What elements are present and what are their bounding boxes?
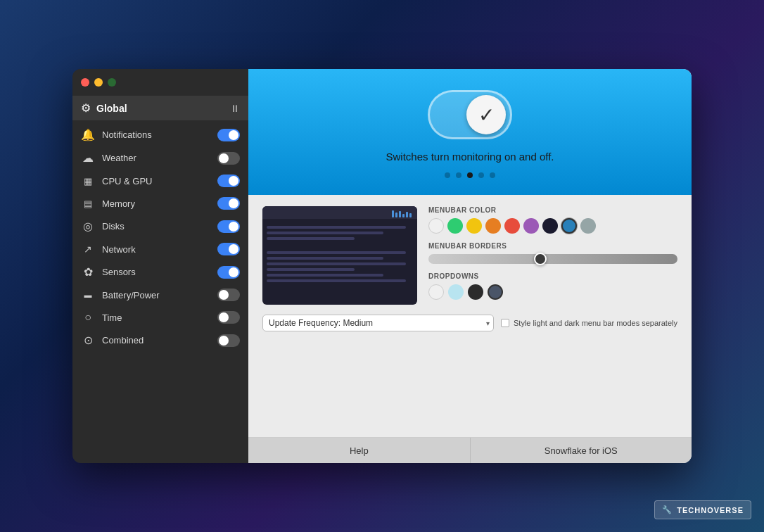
frequency-selector[interactable]: Update Frequency: Medium <box>262 315 494 331</box>
notifications-icon: 🔔 <box>81 128 95 141</box>
hero-subtitle: Switches turn monitoring on and off. <box>386 151 554 163</box>
time-toggle[interactable] <box>217 311 240 324</box>
color-swatch-blue[interactable] <box>561 218 577 234</box>
dropdown-swatch-light-blue[interactable] <box>448 284 464 300</box>
sensors-toggle[interactable]: ✓ <box>217 266 240 279</box>
watermark: 🔧 TECHNOVERSE <box>654 500 751 519</box>
sidebar-item-cpu-gpu[interactable]: ▦ CPU & GPU ✓ <box>72 170 248 192</box>
notifications-toggle[interactable]: ✓ <box>217 129 240 141</box>
borders-slider[interactable] <box>428 254 677 264</box>
weather-toggle[interactable] <box>217 152 240 165</box>
hero-dots <box>445 172 495 178</box>
network-icon: ↗ <box>81 243 95 255</box>
gear-icon: ⚙ <box>81 101 91 115</box>
sidebar-item-label: Notifications <box>102 129 152 140</box>
minimize-button[interactable] <box>94 78 103 87</box>
preview-content <box>262 219 417 285</box>
color-swatch-purple[interactable] <box>523 218 539 234</box>
dot-3[interactable] <box>467 172 473 178</box>
sidebar-item-combined[interactable]: ⊙ Combined <box>72 329 248 352</box>
settings-controls: MENUBAR COLOR <box>428 206 677 305</box>
combined-icon: ⊙ <box>81 334 95 347</box>
toggle-check-icon: ✓ <box>231 200 237 207</box>
color-swatch-dark[interactable] <box>542 218 558 234</box>
toggle-knob <box>219 312 229 322</box>
dropdowns-control: DROPDOWNS <box>428 272 677 300</box>
sidebar: ⚙ Global ⏸ 🔔 Notifications ✓ ☁ Weather <box>72 69 248 463</box>
style-modes-label: Style light and dark menu bar modes sepa… <box>514 319 677 327</box>
sidebar-item-memory[interactable]: ▤ Memory ✓ <box>72 192 248 215</box>
main-content: ✓ Switches turn monitoring on and off. <box>248 69 692 463</box>
style-modes-row: Style light and dark menu bar modes sepa… <box>501 319 677 327</box>
settings-row: MENUBAR COLOR <box>262 206 677 305</box>
sidebar-item-battery[interactable]: ▬ Battery/Power <box>72 284 248 306</box>
color-swatch-gray[interactable] <box>580 218 596 234</box>
sidebar-item-label: Battery/Power <box>102 290 160 300</box>
cpu-icon: ▦ <box>81 176 95 186</box>
sidebar-item-label: Network <box>102 244 136 255</box>
maximize-button[interactable] <box>108 78 116 87</box>
sidebar-item-notifications[interactable]: 🔔 Notifications ✓ <box>72 123 248 146</box>
help-button[interactable]: Help <box>248 438 471 463</box>
dropdown-swatch-dark[interactable] <box>468 284 483 300</box>
pause-icon[interactable]: ⏸ <box>230 103 240 114</box>
watermark-text: TECHNOVERSE <box>677 506 744 514</box>
menubar-preview <box>262 206 417 305</box>
dot-2[interactable] <box>456 172 461 178</box>
color-swatch-orange[interactable] <box>485 218 501 234</box>
toggle-check-icon: ✓ <box>231 132 237 139</box>
dot-1[interactable] <box>445 172 450 178</box>
color-swatch-white[interactable] <box>428 218 444 234</box>
snowflake-button[interactable]: Snowflake for iOS <box>471 438 692 463</box>
slider-thumb[interactable] <box>534 253 547 265</box>
dot-5[interactable] <box>490 172 495 178</box>
toggle-knob <box>219 153 229 163</box>
weather-icon: ☁ <box>81 151 95 165</box>
memory-toggle[interactable]: ✓ <box>217 197 240 210</box>
toggle-check-icon: ✓ <box>231 177 237 184</box>
color-swatch-yellow[interactable] <box>466 218 482 234</box>
sidebar-item-sensors[interactable]: ✿ Sensors ✓ <box>72 260 248 284</box>
hero-section: ✓ Switches turn monitoring on and off. <box>248 69 692 195</box>
frequency-select[interactable]: Update Frequency: Medium <box>262 315 494 331</box>
sidebar-header: ⚙ Global ⏸ <box>72 96 248 120</box>
disks-toggle[interactable]: ✓ <box>217 220 240 233</box>
time-icon: ○ <box>81 311 95 324</box>
sidebar-item-label: Disks <box>102 221 125 232</box>
titlebar <box>72 69 248 96</box>
menubar-color-label: MENUBAR COLOR <box>428 206 677 214</box>
dropdown-swatch-white[interactable] <box>428 284 444 300</box>
sidebar-item-label: Time <box>102 312 122 323</box>
network-toggle[interactable]: ✓ <box>217 243 240 255</box>
menubar-borders-control: MENUBAR BORDERS <box>428 242 677 264</box>
sidebar-item-label: Memory <box>102 198 135 209</box>
combined-toggle[interactable] <box>217 334 240 347</box>
cpu-toggle[interactable]: ✓ <box>217 175 240 187</box>
sidebar-item-label: Combined <box>102 335 144 346</box>
menubar-borders-label: MENUBAR BORDERS <box>428 242 677 250</box>
color-swatch-green[interactable] <box>447 218 463 234</box>
bottom-row: Update Frequency: Medium Style light and… <box>262 315 677 331</box>
sidebar-item-disks[interactable]: ◎ Disks ✓ <box>72 215 248 238</box>
toggle-knob <box>219 290 229 300</box>
toggle-check-icon: ✓ <box>231 246 237 253</box>
app-window: ⚙ Global ⏸ 🔔 Notifications ✓ ☁ Weather <box>72 69 692 463</box>
sidebar-item-time[interactable]: ○ Time <box>72 306 248 329</box>
watermark-icon: 🔧 <box>662 505 673 514</box>
dropdown-swatch-slate[interactable] <box>488 284 503 300</box>
sidebar-item-label: Weather <box>102 153 136 163</box>
hero-toggle[interactable]: ✓ <box>428 90 512 139</box>
close-button[interactable] <box>81 78 89 87</box>
dropdowns-label: DROPDOWNS <box>428 272 677 280</box>
toggle-check-icon: ✓ <box>231 223 237 230</box>
sidebar-item-label: CPU & GPU <box>102 176 153 186</box>
dot-4[interactable] <box>478 172 484 178</box>
hero-toggle-knob: ✓ <box>466 95 506 134</box>
toggle-knob <box>219 336 229 346</box>
sidebar-item-network[interactable]: ↗ Network ✓ <box>72 238 248 260</box>
style-modes-checkbox[interactable] <box>501 319 509 327</box>
color-swatch-red[interactable] <box>504 218 520 234</box>
battery-toggle[interactable] <box>217 289 240 301</box>
sidebar-item-weather[interactable]: ☁ Weather <box>72 146 248 170</box>
bottom-buttons: Help Snowflake for iOS <box>248 437 692 463</box>
